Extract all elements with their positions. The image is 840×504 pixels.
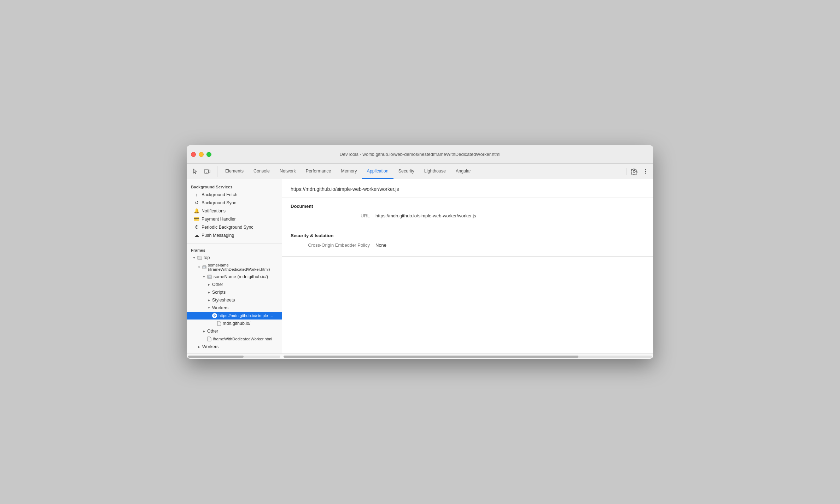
tree-item-worker-url[interactable]: ⚙ https://mdn.github.io/simple-web-worke…	[187, 312, 282, 320]
payment-handler-icon: 💳	[194, 216, 199, 222]
triangle-some-name-iframe	[197, 265, 201, 269]
tree-item-iframe-file[interactable]: iframeWithDedicatedWorker.html	[187, 335, 282, 343]
background-sync-icon: ↺	[194, 200, 199, 205]
sidebar-item-push-messaging[interactable]: ☁ Push Messaging	[187, 231, 282, 239]
tree-label-workers: Workers	[212, 305, 228, 310]
inspect-icon-button[interactable]	[189, 166, 201, 177]
svg-rect-8	[203, 266, 206, 268]
minimize-button[interactable]	[199, 152, 204, 157]
tree-label-iframe-file: iframeWithDedicatedWorker.html	[213, 337, 272, 341]
tree-item-workers[interactable]: Workers	[187, 304, 282, 312]
devtools-window: DevTools - wolfib.github.io/web-demos/ne…	[187, 145, 653, 359]
tree-item-top[interactable]: top	[187, 254, 282, 262]
folder-icon-top	[197, 256, 202, 260]
gear-icon	[631, 168, 637, 175]
notifications-icon: 🔔	[194, 208, 199, 213]
svg-rect-1	[209, 170, 210, 173]
sidebar-scrollbar-track[interactable]	[187, 354, 282, 359]
url-label: URL	[291, 213, 375, 218]
worker-gear-icon: ⚙	[212, 313, 217, 318]
tree-item-scripts[interactable]: Scripts	[187, 288, 282, 296]
tree-item-workers-top[interactable]: Workers	[187, 343, 282, 351]
tree-label-other-1: Other	[212, 282, 223, 287]
sidebar-item-notifications[interactable]: 🔔 Notifications	[187, 207, 282, 215]
file-icon-mdn	[217, 321, 221, 326]
triangle-stylesheets	[207, 298, 211, 302]
periodic-bg-sync-icon: ⏱	[194, 224, 199, 230]
svg-point-4	[645, 169, 646, 170]
tab-lighthouse[interactable]: Lighthouse	[419, 164, 451, 179]
iframe-icon-1	[202, 265, 206, 269]
triangle-iframe-file	[202, 337, 206, 341]
toolbar-icons	[189, 166, 217, 177]
triangle-other-1	[207, 283, 211, 286]
coep-label: Cross-Origin Embedder Policy	[291, 242, 375, 248]
traffic-lights	[191, 152, 211, 157]
close-button[interactable]	[191, 152, 196, 157]
sidebar-item-payment-handler[interactable]: 💳 Payment Handler	[187, 215, 282, 223]
frames-section: Frames top someName (iframeW	[187, 244, 282, 351]
tab-elements[interactable]: Elements	[220, 164, 249, 179]
frames-title: Frames	[187, 245, 282, 254]
tab-network[interactable]: Network	[275, 164, 301, 179]
device-icon-button[interactable]	[202, 166, 213, 177]
device-icon	[204, 168, 210, 175]
triangle-some-name-mdn	[202, 275, 206, 279]
svg-point-6	[645, 172, 646, 174]
tab-application[interactable]: Application	[362, 164, 393, 179]
sidebar: Background Services ↕ Background Fetch ↺…	[187, 179, 282, 353]
tab-angular[interactable]: Angular	[451, 164, 476, 179]
background-services-title: Background Services	[187, 182, 282, 191]
document-title: Document	[291, 204, 645, 209]
push-messaging-icon: ☁	[194, 233, 199, 238]
tree-label-scripts: Scripts	[212, 290, 226, 295]
main-content: Background Services ↕ Background Fetch ↺…	[187, 179, 653, 353]
url-row: URL https://mdn.github.io/simple-web-wor…	[291, 213, 645, 218]
tab-security[interactable]: Security	[393, 164, 419, 179]
bottom-scrollbar-panel	[187, 353, 653, 359]
sidebar-item-periodic-bg-sync[interactable]: ⏱ Periodic Background Sync	[187, 223, 282, 231]
sidebar-item-background-fetch[interactable]: ↕ Background Fetch	[187, 191, 282, 199]
url-value: https://mdn.github.io/simple-web-worker/…	[375, 213, 476, 218]
tab-console[interactable]: Console	[249, 164, 275, 179]
document-section: Document URL https://mdn.github.io/simpl…	[282, 198, 653, 227]
tree-label-stylesheets: Stylesheets	[212, 298, 235, 303]
tree-item-other-1[interactable]: Other	[187, 281, 282, 288]
maximize-button[interactable]	[206, 152, 211, 157]
tree-item-some-name-mdn[interactable]: someName (mdn.github.io/)	[187, 273, 282, 281]
tabs-container: Elements Console Network Performance Mem…	[220, 164, 623, 179]
iframe-icon-2	[207, 275, 212, 279]
detail-scrollbar-track[interactable]	[282, 354, 653, 359]
detail-url: https://mdn.github.io/simple-web-worker/…	[291, 186, 645, 192]
tree-label-some-name-iframe: someName (iframeWithDedicatedWorker.html…	[208, 263, 280, 271]
tab-performance[interactable]: Performance	[301, 164, 336, 179]
window-title: DevTools - wolfib.github.io/web-demos/ne…	[340, 152, 501, 157]
svg-point-3	[633, 170, 635, 172]
cursor-icon	[192, 168, 198, 175]
sidebar-item-background-sync[interactable]: ↺ Background Sync	[187, 199, 282, 207]
tree-label-workers-top: Workers	[202, 344, 218, 349]
tree-item-stylesheets[interactable]: Stylesheets	[187, 296, 282, 304]
triangle-mdn-github	[212, 322, 216, 325]
more-button[interactable]	[641, 166, 651, 176]
triangle-scripts	[207, 291, 211, 294]
triangle-workers	[207, 306, 211, 310]
tree-label-mdn-github: mdn.github.io/	[223, 321, 251, 326]
tree-label-worker-url: https://mdn.github.io/simple-web-worker	[218, 313, 275, 318]
more-icon	[642, 168, 649, 175]
toolbar-actions	[625, 166, 651, 176]
svg-point-5	[645, 171, 646, 172]
svg-rect-10	[208, 276, 211, 278]
toolbar: Elements Console Network Performance Mem…	[187, 164, 653, 179]
tree-item-some-name-iframe[interactable]: someName (iframeWithDedicatedWorker.html…	[187, 262, 282, 273]
toolbar-separator	[626, 168, 626, 175]
triangle-workers-top	[197, 345, 201, 348]
tree-item-other-2[interactable]: Other	[187, 327, 282, 335]
tree-label-some-name-mdn: someName (mdn.github.io/)	[214, 274, 268, 279]
tab-memory[interactable]: Memory	[336, 164, 362, 179]
settings-button[interactable]	[629, 166, 639, 176]
triangle-other-2	[202, 329, 206, 333]
security-section: Security & Isolation Cross-Origin Embedd…	[282, 227, 653, 257]
tree-item-mdn-github[interactable]: mdn.github.io/	[187, 320, 282, 327]
security-title: Security & Isolation	[291, 233, 645, 238]
